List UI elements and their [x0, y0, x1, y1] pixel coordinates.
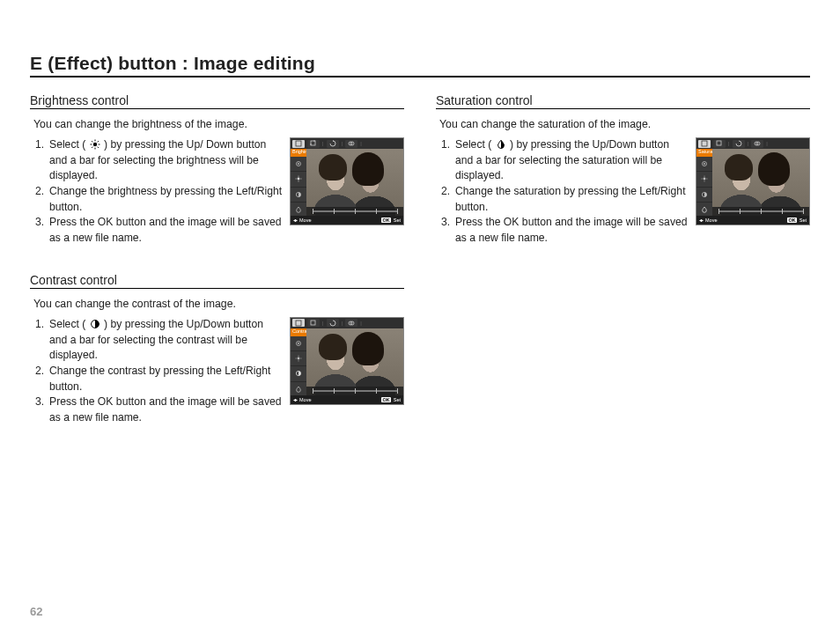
- lcd-ok-label: OK: [787, 217, 796, 223]
- lcd-tab-effect: [345, 140, 357, 148]
- svg-rect-22: [296, 321, 301, 326]
- svg-line-6: [97, 147, 98, 148]
- saturation-step2: Change the saturation by pressing the Le…: [455, 184, 689, 215]
- arrows-icon: ◂▸: [699, 217, 703, 223]
- lcd-ok-label: OK: [381, 397, 390, 402]
- svg-rect-34: [702, 141, 707, 146]
- svg-point-28: [298, 358, 300, 360]
- page-title: E (Effect) button : Image editing: [30, 53, 810, 77]
- brightness-step3: Press the OK button and the image will b…: [49, 215, 283, 246]
- two-column-layout: Brightness control You can change the br…: [30, 93, 810, 453]
- page-number: 62: [30, 605, 42, 618]
- brightness-lcd-preview: | | | Brightness: [290, 137, 404, 225]
- brightness-step2: Change the brightness by pressing the Le…: [49, 184, 283, 215]
- lcd-move-label: Move: [299, 397, 311, 402]
- lcd-tab-crop: [307, 319, 320, 327]
- sun-icon: [291, 351, 306, 366]
- saturation-step3: Press the OK button and the image will b…: [455, 215, 689, 246]
- lcd-tab-edit: [292, 319, 305, 327]
- lcd-set-label: Set: [799, 217, 807, 223]
- lcd-side-label: Brightness: [291, 149, 306, 157]
- lcd-side-label: Contrast: [291, 328, 306, 336]
- lcd-tab-effect: [345, 319, 357, 327]
- lcd-tab-effect: [751, 140, 763, 148]
- lcd-tab-edit: [292, 140, 305, 148]
- contrast-intro: You can change the contrast of the image…: [33, 298, 404, 310]
- arrows-icon: ◂▸: [293, 397, 297, 402]
- lcd-side-label: Saturation: [696, 149, 712, 157]
- svg-point-27: [298, 343, 299, 344]
- contrast-step3: Press the OK button and the image will b…: [49, 394, 283, 425]
- lcd-move-label: Move: [299, 217, 311, 223]
- svg-rect-23: [311, 321, 315, 325]
- lcd-tab-rotate: [327, 140, 339, 148]
- right-column: Saturation control You can change the sa…: [436, 93, 810, 453]
- half-circle-icon: [90, 319, 100, 329]
- lcd-tab-rotate: [327, 319, 339, 327]
- left-column: Brightness control You can change the br…: [30, 93, 404, 453]
- droplet-icon: [496, 139, 506, 150]
- svg-point-39: [704, 163, 705, 165]
- svg-rect-9: [296, 141, 301, 146]
- lcd-tab-edit: [698, 140, 711, 148]
- lcd-tab-crop: [307, 140, 320, 148]
- lcd-scale: [306, 387, 403, 395]
- svg-rect-35: [717, 141, 721, 145]
- brightness-intro: You can change the brightness of the ima…: [33, 118, 404, 130]
- brightness-steps: 1. Select ( ) by pressing the Up/ Down b…: [35, 137, 283, 247]
- saturation-steps: 1. Select ( ) by pressing the Up/Down bu…: [441, 137, 689, 247]
- arrows-icon: ◂▸: [293, 217, 297, 223]
- lcd-move-label: Move: [705, 217, 717, 223]
- svg-point-14: [298, 163, 299, 165]
- svg-point-40: [704, 178, 706, 181]
- redeye-icon: [291, 336, 306, 351]
- lcd-set-label: Set: [394, 397, 401, 402]
- lcd-scale: [712, 207, 809, 216]
- brightness-step1-pre: Select (: [49, 138, 89, 151]
- brightness-heading: Brightness control: [30, 93, 404, 109]
- redeye-icon: [696, 157, 712, 172]
- svg-line-8: [92, 147, 92, 148]
- lcd-scale: [306, 207, 403, 216]
- contrast-heading: Contrast control: [30, 273, 404, 289]
- lcd-tab-crop: [713, 140, 726, 148]
- redeye-icon: [291, 157, 306, 172]
- half-circle-icon: [696, 188, 712, 203]
- svg-point-0: [93, 143, 97, 146]
- saturation-intro: You can change the saturation of the ima…: [439, 118, 810, 130]
- contrast-steps: 1. Select ( ) by pressing the Up/Down bu…: [35, 317, 283, 426]
- svg-line-7: [97, 141, 98, 142]
- contrast-step1-pre: Select (: [49, 318, 89, 330]
- svg-line-5: [92, 141, 92, 142]
- svg-point-15: [298, 178, 300, 181]
- half-circle-icon: [291, 366, 306, 381]
- saturation-lcd-preview: | | | Saturation: [696, 137, 810, 225]
- lcd-set-label: Set: [394, 217, 401, 223]
- contrast-step2: Change the contrast by pressing the Left…: [49, 364, 283, 394]
- half-circle-icon: [291, 188, 306, 203]
- lcd-tab-rotate: [733, 140, 745, 148]
- saturation-heading: Saturation control: [436, 93, 810, 109]
- lcd-ok-label: OK: [381, 217, 390, 223]
- sun-icon: [696, 172, 712, 187]
- contrast-lcd-preview: | | | Contrast: [290, 317, 404, 405]
- sun-icon: [90, 139, 100, 150]
- sun-icon: [291, 172, 306, 187]
- saturation-step1-pre: Select (: [455, 138, 495, 151]
